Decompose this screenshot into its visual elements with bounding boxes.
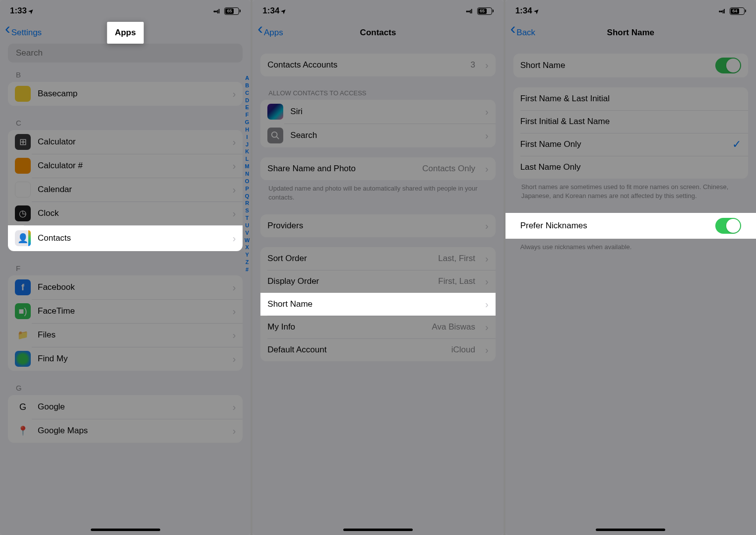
app-row-calculator[interactable]: ⊞Calculator — [8, 130, 243, 154]
app-row-contacts[interactable]: 👤Contacts — [8, 225, 243, 251]
index-letter[interactable]: G — [245, 119, 250, 126]
index-letter[interactable]: L — [245, 155, 250, 163]
index-letter[interactable]: S — [245, 207, 250, 214]
row-contacts-accounts[interactable]: Contacts Accounts 3 — [260, 54, 495, 76]
app-label: Basecamp — [38, 89, 223, 99]
home-indicator[interactable] — [91, 529, 160, 531]
chevron-right-icon — [233, 306, 236, 317]
svg-point-3 — [272, 132, 277, 137]
section-footer: Updated name and photo will be automatic… — [260, 180, 495, 204]
back-button[interactable]: Settings — [5, 28, 42, 38]
index-letter[interactable]: O — [245, 178, 250, 185]
app-label: Calculator — [38, 137, 223, 147]
index-letter[interactable]: B — [245, 82, 250, 89]
back-button[interactable]: Apps — [257, 28, 283, 38]
row-search[interactable]: Search — [260, 124, 495, 147]
app-label: Find My — [38, 354, 223, 364]
row-label: Prefer Nicknames — [520, 221, 708, 231]
index-letter[interactable]: X — [245, 244, 250, 251]
row-default-account[interactable]: Default Account iCloud — [260, 338, 495, 361]
home-indicator[interactable] — [343, 529, 413, 531]
back-label: Apps — [264, 28, 283, 38]
index-letter[interactable]: Y — [245, 251, 250, 259]
app-row-google-maps[interactable]: 📍Google Maps — [8, 419, 243, 443]
index-letter[interactable]: H — [245, 126, 250, 134]
app-label: Google Maps — [38, 426, 223, 436]
prefer-nicknames-toggle[interactable] — [715, 218, 741, 234]
battery-icon: 65 — [477, 7, 494, 15]
facetime-icon: ■) — [15, 303, 31, 319]
option-first-initial-last-name[interactable]: First Initial & Last Name — [513, 110, 748, 133]
index-letter[interactable]: Q — [245, 193, 250, 200]
calculator--icon — [15, 158, 31, 174]
battery-icon: 65 — [224, 7, 241, 15]
row-value: Ava Biswas — [432, 322, 475, 332]
row-providers[interactable]: Providers — [260, 214, 495, 237]
chevron-right-icon — [485, 60, 489, 71]
row-my-info[interactable]: My Info Ava Biswas — [260, 316, 495, 338]
short-name-toggle[interactable] — [715, 58, 741, 73]
battery-icon: 64 — [730, 7, 746, 15]
index-letter[interactable]: F — [245, 111, 250, 119]
google-maps-icon: 📍 — [15, 423, 31, 439]
row-label: Default Account — [267, 345, 444, 355]
screen-contacts-settings: 1:34 65 Apps Contacts Contacts Accounts … — [252, 0, 503, 535]
chevron-right-icon — [485, 276, 489, 287]
app-row-facebook[interactable]: fFacebook — [8, 275, 243, 299]
index-letter[interactable]: N — [245, 170, 250, 178]
search-input[interactable] — [16, 48, 235, 58]
index-letter[interactable]: W — [245, 237, 250, 244]
index-letter[interactable]: P — [245, 185, 250, 193]
index-letter[interactable]: I — [245, 134, 250, 141]
index-letter[interactable]: Z — [245, 259, 250, 266]
option-first-name-last-initial[interactable]: First Name & Last Initial — [513, 87, 748, 110]
app-row-facetime[interactable]: ■)FaceTime — [8, 299, 243, 323]
alphabet-index[interactable]: ABCDEFGHIJKLMNOPQRSTUVWXYZ# — [245, 74, 250, 273]
index-letter[interactable]: E — [245, 104, 250, 111]
search-bar[interactable] — [8, 44, 243, 63]
app-row-calculator-[interactable]: Calculator # — [8, 154, 243, 178]
app-label: Calendar — [38, 185, 223, 195]
signal-icon — [719, 6, 725, 16]
row-value: 3 — [471, 60, 475, 70]
option-first-name-only[interactable]: First Name Only — [513, 133, 748, 156]
index-letter[interactable]: J — [245, 141, 250, 148]
row-sort-order[interactable]: Sort Order Last, First — [260, 247, 495, 270]
index-letter[interactable]: V — [245, 229, 250, 237]
app-row-files[interactable]: 📁Files — [8, 323, 243, 347]
row-label: Short Name — [520, 61, 708, 70]
row-display-order[interactable]: Display Order First, Last — [260, 270, 495, 293]
back-label: Back — [516, 28, 535, 38]
back-button[interactable]: Back — [510, 28, 535, 38]
index-letter[interactable]: D — [245, 97, 250, 104]
home-indicator[interactable] — [596, 529, 665, 531]
option-last-name-only[interactable]: Last Name Only — [513, 156, 748, 179]
app-label: Calculator # — [38, 161, 223, 171]
row-siri[interactable]: Siri — [260, 100, 495, 124]
chevron-right-icon — [485, 130, 489, 141]
app-row-clock[interactable]: ◷Clock — [8, 201, 243, 225]
chevron-right-icon — [485, 163, 489, 175]
section-header-allow: ALLOW CONTACTS TO ACCESS — [260, 86, 495, 100]
index-letter[interactable]: K — [245, 148, 250, 155]
index-letter[interactable]: # — [245, 266, 250, 273]
checkmark-icon — [732, 138, 741, 151]
app-row-calendar[interactable]: Calendar — [8, 178, 243, 201]
app-row-basecamp[interactable]: Basecamp — [8, 82, 243, 106]
index-letter[interactable]: A — [245, 74, 250, 82]
index-letter[interactable]: C — [245, 89, 250, 97]
nav-bar: Apps Contacts — [252, 22, 503, 44]
back-label: Settings — [11, 28, 42, 38]
siri-icon — [267, 104, 283, 120]
chevron-right-icon — [233, 184, 236, 196]
index-letter[interactable]: R — [245, 200, 250, 207]
index-letter[interactable]: U — [245, 222, 250, 229]
app-row-find-my[interactable]: Find My — [8, 347, 243, 371]
app-row-google[interactable]: GGoogle — [8, 395, 243, 419]
row-share-name-photo[interactable]: Share Name and Photo Contacts Only — [260, 157, 495, 180]
row-short-name[interactable]: Short Name — [260, 293, 495, 316]
index-letter[interactable]: T — [245, 214, 250, 222]
index-letter[interactable]: M — [245, 163, 250, 170]
status-time: 1:34 — [515, 6, 532, 16]
app-label: Facebook — [38, 282, 223, 292]
